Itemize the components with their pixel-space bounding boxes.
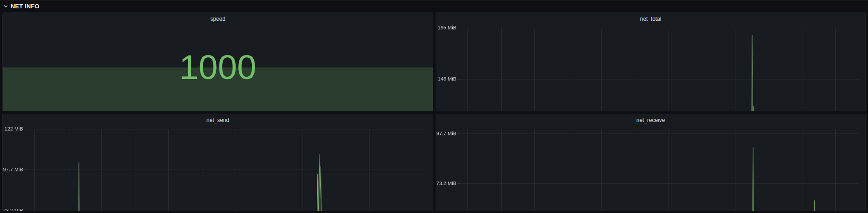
- panel-title-net-total[interactable]: net_total: [436, 13, 865, 25]
- panel-net-total: net_total min max avg current total net_…: [436, 12, 866, 111]
- panel-title-net-send[interactable]: net_send: [3, 114, 433, 126]
- net-total-chart[interactable]: [436, 25, 865, 111]
- panel-net-receive: net_receive min max avg current total ne…: [436, 114, 866, 211]
- section-title: NET INFO: [11, 3, 39, 10]
- panel-title-net-receive[interactable]: net_receive: [436, 114, 865, 126]
- dashboard-row-grid: speed 1000 net_total min max avg current…: [2, 12, 866, 211]
- chevron-down-icon: [3, 4, 8, 9]
- section-header-net-info[interactable]: NET INFO: [0, 0, 868, 12]
- panel-title-speed[interactable]: speed: [3, 13, 433, 25]
- panel-net-send: net_send min max avg current total net_s…: [2, 114, 433, 211]
- panel-speed: speed 1000: [2, 12, 433, 111]
- speed-stat-value: 1000: [3, 50, 433, 85]
- net-send-chart[interactable]: [3, 126, 433, 211]
- net-receive-chart[interactable]: [436, 126, 865, 211]
